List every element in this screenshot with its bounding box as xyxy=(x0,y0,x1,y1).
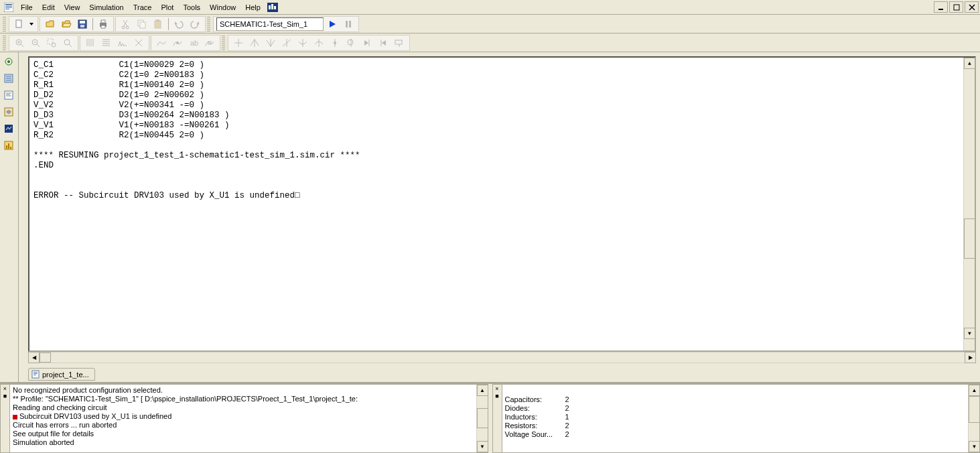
scroll-down-icon[interactable]: ▼ xyxy=(964,328,975,339)
menu-file[interactable]: File xyxy=(16,2,38,13)
view-results-icon[interactable] xyxy=(1,138,16,153)
log-row[interactable]: ** Profile: "SCHEMATIC1-Test_Sim_1" [ D:… xyxy=(13,395,474,403)
cursor-next-icon[interactable] xyxy=(360,36,374,50)
toolbar-grip[interactable] xyxy=(207,17,210,31)
copy-button[interactable] xyxy=(135,17,149,31)
restore-button[interactable] xyxy=(949,1,963,13)
menu-window[interactable]: Window xyxy=(205,2,240,13)
cursor-prev-icon[interactable] xyxy=(376,36,391,50)
scrollbar-thumb[interactable] xyxy=(964,218,975,259)
pin-icon[interactable]: ■ xyxy=(3,393,7,399)
scrollbar-thumb[interactable] xyxy=(477,408,488,428)
zoom-fit-icon[interactable] xyxy=(60,36,75,50)
dropdown-arrow-icon[interactable] xyxy=(28,17,35,31)
log-row[interactable]: See output file for details xyxy=(13,430,474,438)
cursor-search-icon[interactable] xyxy=(344,36,358,50)
text-label-icon[interactable]: ab xyxy=(186,36,201,50)
stats-row: Inductors:1 xyxy=(505,413,966,422)
menu-edit[interactable]: Edit xyxy=(38,2,60,13)
cut-button[interactable] xyxy=(119,17,133,31)
view-circuit-icon[interactable] xyxy=(1,105,16,119)
cursor-min-icon[interactable] xyxy=(295,36,310,50)
panel-handle[interactable]: × ■ xyxy=(493,385,502,452)
probe-voltage-icon[interactable] xyxy=(1,54,16,69)
open-folder-button[interactable] xyxy=(59,17,74,31)
minimize-button[interactable] xyxy=(934,1,948,13)
log-row[interactable]: Circuit has errors ... run aborted xyxy=(13,421,474,430)
performance-icon[interactable] xyxy=(131,36,146,50)
undo-button[interactable] xyxy=(171,17,186,31)
stats-label: Diodes: xyxy=(505,404,565,413)
horizontal-scrollbar[interactable]: ◀ ▶ xyxy=(28,352,976,363)
save-button[interactable] xyxy=(75,17,90,31)
zoom-in-icon[interactable] xyxy=(12,36,27,50)
vertical-scrollbar[interactable]: ▲ ▼ xyxy=(963,58,975,350)
toolbar-grip[interactable] xyxy=(222,36,225,50)
device-summary[interactable]: Capacitors:2Diodes:2Inductors:1Resistors… xyxy=(502,385,969,452)
panel-handle[interactable]: × ■ xyxy=(1,385,10,452)
cursor-icon[interactable] xyxy=(231,36,246,50)
menu-trace[interactable]: Trace xyxy=(129,2,157,13)
svg-text:ab: ab xyxy=(190,39,198,47)
scrollbar-thumb[interactable] xyxy=(40,352,51,363)
close-icon[interactable]: × xyxy=(3,385,7,392)
scroll-left-icon[interactable]: ◀ xyxy=(28,352,40,363)
svg-point-49 xyxy=(176,42,179,44)
pin-icon[interactable]: ■ xyxy=(495,393,498,399)
scroll-up-icon[interactable]: ▲ xyxy=(969,385,980,396)
vertical-scrollbar[interactable]: ▲ ▼ xyxy=(968,385,979,452)
cursor-peak-icon[interactable] xyxy=(247,36,262,50)
menu-simulation[interactable]: Simulation xyxy=(84,2,128,13)
fft-icon[interactable] xyxy=(115,36,130,50)
svg-rect-29 xyxy=(349,21,351,27)
log-line: See output file for details xyxy=(13,430,94,438)
scroll-down-icon[interactable]: ▼ xyxy=(969,441,980,452)
document-tab[interactable]: project_1_te... xyxy=(28,368,95,381)
log-row[interactable]: Subcircuit DRV103 used by X_U1 is undefi… xyxy=(13,412,474,421)
simulation-profile-field[interactable]: SCHEMATIC1-Test_Sim_1 xyxy=(216,17,324,31)
paste-button[interactable] xyxy=(151,17,165,31)
eval-icon[interactable] xyxy=(170,36,185,50)
menu-tools[interactable]: Tools xyxy=(178,2,205,13)
open-button[interactable] xyxy=(43,17,58,31)
print-button[interactable] xyxy=(96,17,111,31)
mark-icon[interactable] xyxy=(202,36,217,50)
menu-help[interactable]: Help xyxy=(240,2,265,13)
cursor-point-icon[interactable] xyxy=(328,36,342,50)
menu-plot[interactable]: Plot xyxy=(156,2,178,13)
scrollbar-thumb[interactable] xyxy=(969,396,980,423)
zoom-out-icon[interactable] xyxy=(28,36,43,50)
view-output-icon[interactable] xyxy=(1,88,16,103)
log-row[interactable]: Reading and checking circuit xyxy=(13,403,474,412)
cursor-max-icon[interactable] xyxy=(311,36,326,50)
cursor-label-icon[interactable] xyxy=(392,36,407,50)
log-row[interactable]: No recognized product configuration sele… xyxy=(13,386,474,395)
log-y-icon[interactable] xyxy=(99,36,114,50)
zoom-area-icon[interactable] xyxy=(44,36,59,50)
toolbar-grip[interactable] xyxy=(3,17,6,31)
toolbar-grip[interactable] xyxy=(3,36,6,50)
new-button[interactable] xyxy=(12,17,27,31)
scroll-up-icon[interactable]: ▲ xyxy=(477,385,488,396)
scroll-up-icon[interactable]: ▲ xyxy=(964,58,975,69)
output-text[interactable]: C_C1 C1(1=N00029 2=0 ) C_C2 C2(1=0 2=N00… xyxy=(29,58,963,350)
stats-row: Diodes:2 xyxy=(505,404,966,413)
svg-rect-1 xyxy=(5,4,12,5)
scroll-down-icon[interactable]: ▼ xyxy=(477,441,488,452)
view-sim-icon[interactable] xyxy=(1,121,16,136)
view-netlist-icon[interactable] xyxy=(1,71,16,86)
redo-button[interactable] xyxy=(188,17,202,31)
close-icon[interactable]: × xyxy=(495,385,498,392)
log-row[interactable]: Simulation aborted xyxy=(13,438,474,447)
close-button[interactable] xyxy=(965,1,979,13)
run-button[interactable] xyxy=(325,17,340,31)
vertical-scrollbar[interactable]: ▲ ▼ xyxy=(476,385,488,452)
cursor-slope-icon[interactable] xyxy=(279,36,294,50)
scroll-right-icon[interactable]: ▶ xyxy=(965,352,976,363)
menu-view[interactable]: View xyxy=(60,2,85,13)
cursor-trough-icon[interactable] xyxy=(263,36,278,50)
pause-button[interactable] xyxy=(341,17,356,31)
log-x-icon[interactable] xyxy=(83,36,98,50)
trace-icon[interactable] xyxy=(154,36,169,50)
simulation-log[interactable]: No recognized product configuration sele… xyxy=(10,385,476,452)
